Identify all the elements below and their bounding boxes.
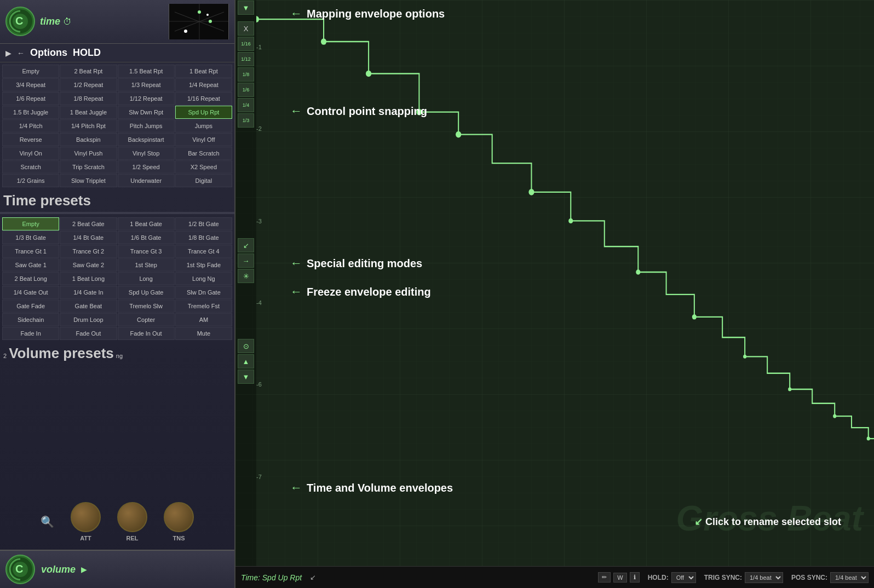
time-preset-5[interactable]: 1/2 Repeat (60, 78, 117, 91)
volume-preset-13[interactable]: Saw Gate 2 (60, 258, 117, 272)
volume-preset-32[interactable]: Fade In (2, 327, 59, 340)
time-preset-0[interactable]: Empty (2, 65, 59, 78)
time-preset-25[interactable]: Vinyl Push (60, 147, 117, 160)
time-preset-20[interactable]: Reverse (2, 133, 59, 146)
volume-preset-27[interactable]: Tremelo Fst (175, 299, 232, 313)
volume-preset-11[interactable]: Trance Gt 4 (175, 245, 232, 258)
volume-preset-34[interactable]: Fade In Out (118, 327, 175, 340)
options-label[interactable]: Options (30, 47, 67, 59)
time-preset-15[interactable]: Spd Up Rpt (175, 106, 232, 119)
volume-preset-35[interactable]: Mute (175, 327, 232, 340)
volume-preset-25[interactable]: Gate Beat (60, 299, 117, 313)
time-preset-2[interactable]: 1.5 Beat Rpt (118, 65, 175, 78)
volume-preset-8[interactable]: Trance Gt 1 (2, 245, 59, 258)
dropdown-btn[interactable]: ▼ (238, 1, 254, 15)
time-preset-18[interactable]: Pitch Jumps (118, 119, 175, 132)
pos-sync-select[interactable]: 1/4 beat 1/8 beat 1/2 beat (830, 572, 869, 583)
time-preset-10[interactable]: 1/12 Repeat (118, 92, 175, 105)
time-preset-33[interactable]: Slow Tripplet (60, 174, 117, 187)
scroll-up[interactable]: ▲ (238, 354, 254, 368)
volume-preset-0[interactable]: Empty (2, 217, 59, 230)
time-preset-12[interactable]: 1.5 Bt Juggle (2, 106, 59, 119)
freeze-btn[interactable]: ✳ (238, 269, 254, 283)
volume-preset-30[interactable]: Copter (118, 313, 175, 326)
snap-1-3[interactable]: 1/3 (238, 113, 254, 128)
snap-1-8[interactable]: 1/8 (238, 67, 254, 82)
time-preset-24[interactable]: Vinyl On (2, 147, 59, 160)
time-preset-6[interactable]: 1/3 Repeat (118, 78, 175, 91)
time-preset-23[interactable]: Vinyl Off (175, 133, 232, 146)
time-volume-btn[interactable]: ⊙ (238, 339, 254, 353)
time-preset-7[interactable]: 1/4 Repeat (175, 78, 232, 91)
volume-preset-6[interactable]: 1/6 Bt Gate (118, 231, 175, 244)
scroll-down[interactable]: ▼ (238, 370, 254, 384)
time-preset-34[interactable]: Underwater (118, 174, 175, 187)
rel-knob[interactable] (117, 502, 147, 532)
att-knob[interactable] (71, 502, 101, 532)
volume-preset-5[interactable]: 1/4 Bt Gate (60, 231, 117, 244)
volume-preset-26[interactable]: Tremelo Slw (118, 299, 175, 313)
time-preset-4[interactable]: 3/4 Repeat (2, 78, 59, 91)
w-btn[interactable]: W (613, 573, 626, 583)
volume-preset-31[interactable]: AM (175, 313, 232, 326)
volume-preset-10[interactable]: Trance Gt 3 (118, 245, 175, 258)
snap-1-16[interactable]: 1/16 (238, 37, 254, 51)
volume-preset-12[interactable]: Saw Gate 1 (2, 258, 59, 272)
time-preset-16[interactable]: 1/4 Pitch (2, 119, 59, 132)
time-preset-3[interactable]: 1 Beat Rpt (175, 65, 232, 78)
time-preset-30[interactable]: 1/2 Speed (118, 160, 175, 174)
volume-preset-1[interactable]: 2 Beat Gate (60, 217, 117, 230)
volume-preset-23[interactable]: Slw Dn Gate (175, 286, 232, 299)
time-preset-32[interactable]: 1/2 Grains (2, 174, 59, 187)
volume-preset-21[interactable]: 1/4 Gate In (60, 286, 117, 299)
edit-mode-2[interactable]: → (238, 253, 254, 268)
volume-preset-9[interactable]: Trance Gt 2 (60, 245, 117, 258)
hold-select[interactable]: Off On (671, 572, 696, 583)
envelope-area[interactable]: ▼ X 1/16 1/12 1/8 1/6 1/4 1/3 ↙ → ✳ ⊙ ▲ … (235, 0, 874, 566)
time-preset-17[interactable]: 1/4 Pitch Rpt (60, 119, 117, 132)
volume-preset-33[interactable]: Fade Out (60, 327, 117, 340)
time-preset-21[interactable]: Backspin (60, 133, 117, 146)
volume-preset-7[interactable]: 1/8 Bt Gate (175, 231, 232, 244)
close-btn[interactable]: X (238, 21, 254, 36)
volume-preset-17[interactable]: 1 Beat Long (60, 272, 117, 285)
time-preset-19[interactable]: Jumps (175, 119, 232, 132)
snap-1-6[interactable]: 1/6 (238, 83, 254, 97)
time-preset-28[interactable]: Scratch (2, 160, 59, 174)
time-preset-29[interactable]: Trip Scratch (60, 160, 117, 174)
volume-preset-18[interactable]: Long (118, 272, 175, 285)
volume-preset-3[interactable]: 1/2 Bt Gate (175, 217, 232, 230)
volume-preset-2[interactable]: 1 Beat Gate (118, 217, 175, 230)
volume-preset-15[interactable]: 1st Stp Fade (175, 258, 232, 272)
time-preset-8[interactable]: 1/6 Repeat (2, 92, 59, 105)
snap-1-12[interactable]: 1/12 (238, 52, 254, 66)
time-preset-35[interactable]: Digital (175, 174, 232, 187)
volume-preset-14[interactable]: 1st Step (118, 258, 175, 272)
xy-pad[interactable] (169, 4, 229, 39)
time-preset-26[interactable]: Vinyl Stop (118, 147, 175, 160)
time-preset-13[interactable]: 1 Beat Juggle (60, 106, 117, 119)
trig-sync-select[interactable]: 1/4 beat 1/8 beat 1/2 beat (745, 572, 783, 583)
snap-1-4[interactable]: 1/4 (238, 98, 254, 112)
tns-knob[interactable] (164, 502, 194, 532)
time-preset-1[interactable]: 2 Beat Rpt (60, 65, 117, 78)
volume-preset-28[interactable]: Sidechain (2, 313, 59, 326)
time-preset-9[interactable]: 1/8 Repeat (60, 92, 117, 105)
time-preset-11[interactable]: 1/16 Repeat (175, 92, 232, 105)
info-btn[interactable]: ℹ (630, 572, 640, 583)
pencil-btn[interactable]: ✏ (598, 572, 611, 583)
time-preset-27[interactable]: Bar Scratch (175, 147, 232, 160)
volume-preset-4[interactable]: 1/3 Bt Gate (2, 231, 59, 244)
time-preset-22[interactable]: Backspinstart (118, 133, 175, 146)
zoom-icon[interactable]: 🔍 (41, 515, 54, 528)
volume-preset-29[interactable]: Drum Loop (60, 313, 117, 326)
time-preset-31[interactable]: X2 Speed (175, 160, 232, 174)
pos-sync-control: POS SYNC: 1/4 beat 1/8 beat 1/2 beat (791, 572, 869, 583)
volume-preset-16[interactable]: 2 Beat Long (2, 272, 59, 285)
volume-preset-24[interactable]: Gate Fade (2, 299, 59, 313)
volume-preset-22[interactable]: Spd Up Gate (118, 286, 175, 299)
time-preset-14[interactable]: Slw Dwn Rpt (118, 106, 175, 119)
volume-preset-19[interactable]: Long Ng (175, 272, 232, 285)
edit-mode-1[interactable]: ↙ (238, 238, 254, 252)
volume-preset-20[interactable]: 1/4 Gate Out (2, 286, 59, 299)
